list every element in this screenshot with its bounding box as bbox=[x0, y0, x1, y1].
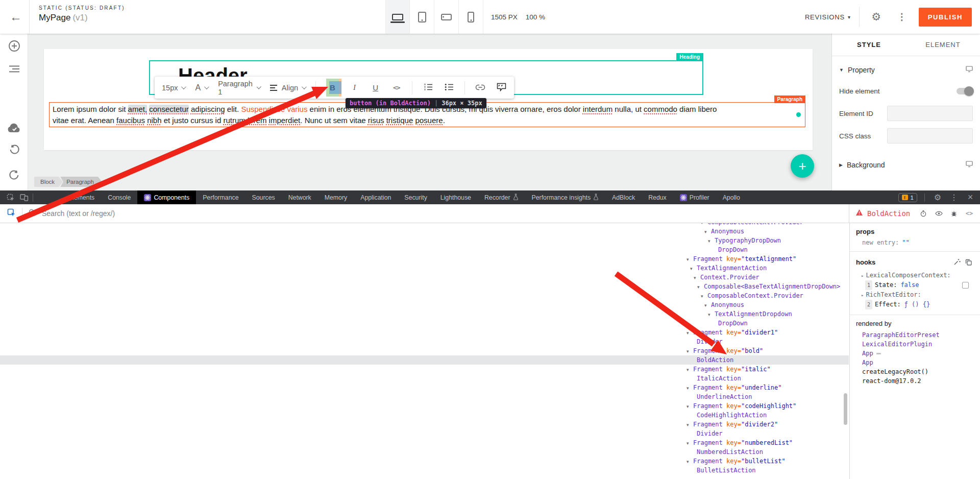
tree-row-bulletlistaction[interactable]: BulletListAction bbox=[0, 466, 849, 475]
tree-row-context-provider[interactable]: ▾Context.Provider bbox=[0, 273, 849, 282]
inspect-element-button[interactable] bbox=[4, 190, 17, 204]
rendered-by-name[interactable]: App bbox=[862, 349, 873, 358]
tree-row-fragment-bold[interactable]: ▾Fragment key="bold" bbox=[0, 346, 849, 355]
caret-down-icon[interactable]: ▾ bbox=[694, 273, 700, 282]
rendered-by-lexicaleditorplugin[interactable]: LexicalEditorPlugin bbox=[856, 340, 974, 349]
device-toolbar-button[interactable] bbox=[17, 190, 31, 204]
underline-button[interactable]: U bbox=[370, 79, 381, 97]
device-tablet-landscape-button[interactable] bbox=[434, 0, 459, 34]
caret-down-icon[interactable]: ▾ bbox=[701, 292, 707, 301]
caret-down-icon[interactable]: ▾ bbox=[687, 420, 693, 429]
devtools-settings-gear-button[interactable]: ⚙ bbox=[932, 192, 943, 203]
inspect-dom-eye-button[interactable] bbox=[933, 208, 944, 219]
tree-row-anonymous[interactable]: ▾Anonymous bbox=[0, 227, 849, 236]
bullet-list-button[interactable] bbox=[444, 79, 454, 97]
hook-checkbox[interactable] bbox=[962, 282, 969, 289]
devtools-tab-application[interactable]: Application bbox=[354, 190, 398, 204]
link-button[interactable] bbox=[475, 79, 486, 97]
tab-style[interactable]: STYLE bbox=[832, 34, 906, 56]
tab-element[interactable]: ELEMENT bbox=[906, 34, 980, 56]
devtools-tab-performance[interactable]: Performance bbox=[196, 190, 245, 204]
tree-scrollbar-thumb[interactable] bbox=[844, 393, 847, 425]
tree-row-divider[interactable]: Divider bbox=[0, 429, 849, 438]
tree-row-textalignmentdropdown[interactable]: ▾TextAlignmentDropdown bbox=[0, 309, 849, 319]
tree-row-fragment-divider2[interactable]: ▾Fragment key="divider2" bbox=[0, 420, 849, 429]
caret-down-icon[interactable]: ▾ bbox=[697, 282, 704, 292]
typography-dropdown[interactable]: Paragraph 1 bbox=[218, 80, 260, 96]
devtools-tab-sources[interactable]: Sources bbox=[246, 190, 282, 204]
tree-row-fragment-bulletList[interactable]: ▾Fragment key="bulletList" bbox=[0, 457, 849, 466]
undo-button[interactable] bbox=[7, 143, 21, 158]
caret-down-icon[interactable]: ▾ bbox=[687, 347, 693, 356]
hide-element-toggle[interactable] bbox=[957, 88, 973, 94]
caret-down-icon[interactable]: ▾ bbox=[687, 255, 693, 264]
tree-row-fragment-italic[interactable]: ▾Fragment key="italic" bbox=[0, 365, 849, 374]
tree-row-dropdown[interactable]: DropDown bbox=[0, 319, 849, 328]
tree-row-composable-basetextalignmentdropdown-[interactable]: ▾Composable<BaseTextAlignmentDropDown> bbox=[0, 282, 849, 291]
device-tablet-button[interactable] bbox=[410, 0, 434, 34]
caret-down-icon[interactable]: ▾ bbox=[687, 365, 693, 374]
save-status-button[interactable] bbox=[7, 122, 21, 136]
breadcrumb-paragraph[interactable]: Paragraph bbox=[60, 177, 102, 187]
devtools-tab-adblock[interactable]: AdBlock bbox=[605, 190, 642, 204]
element-id-input[interactable] bbox=[887, 106, 973, 121]
tree-row-textalignmentaction[interactable]: ▾TextAlignmentAction bbox=[0, 264, 849, 273]
device-desktop-button[interactable] bbox=[385, 0, 410, 34]
caret-right-icon[interactable]: ▸ bbox=[861, 273, 864, 278]
hook-group-richtexteditor[interactable]: ▸RichTextEditor: bbox=[856, 290, 974, 300]
caret-right-icon[interactable]: ▸ bbox=[861, 293, 864, 298]
caret-down-icon[interactable]: ▾ bbox=[708, 236, 715, 246]
props-new-entry[interactable]: new entry:"" bbox=[856, 239, 974, 246]
tree-row-codehighlightaction[interactable]: CodeHighlightAction bbox=[0, 411, 849, 420]
devtools-tab-security[interactable]: Security bbox=[398, 190, 433, 204]
code-highlight-button[interactable]: <> bbox=[391, 79, 402, 97]
caret-down-icon[interactable]: ▾ bbox=[690, 264, 697, 273]
tree-row-boldaction[interactable]: BoldAction bbox=[0, 355, 849, 365]
devtools-tab-recorder[interactable]: Recorder bbox=[478, 190, 525, 204]
devtools-tab-components[interactable]: Components bbox=[137, 190, 196, 204]
tree-row-fragment-divider1[interactable]: ▾Fragment key="divider1" bbox=[0, 328, 849, 337]
breadcrumb-block[interactable]: Block bbox=[34, 177, 63, 187]
debug-bug-button[interactable] bbox=[948, 208, 960, 219]
parse-hook-names-wand-button[interactable] bbox=[951, 256, 963, 268]
tree-row-divider[interactable]: Divider bbox=[0, 337, 849, 346]
hook-effect[interactable]: 2Effect:ƒ () {} bbox=[856, 300, 974, 309]
rendered-by-name[interactable]: App bbox=[862, 358, 873, 367]
devtools-close-button[interactable]: × bbox=[965, 192, 976, 203]
devtools-tab-performance-insights[interactable]: Performance insights bbox=[525, 190, 606, 204]
navigator-button[interactable] bbox=[7, 63, 21, 77]
devtools-tab-console[interactable]: Console bbox=[101, 190, 137, 204]
caret-down-icon[interactable]: ▾ bbox=[708, 310, 715, 319]
devtools-tab-redux[interactable]: Redux bbox=[642, 190, 673, 204]
devtools-tab-apollo[interactable]: Apollo bbox=[716, 190, 747, 204]
components-search-input[interactable] bbox=[42, 209, 348, 218]
rendered-by-paragrapheditorpreset[interactable]: ParagraphEditorPreset bbox=[856, 330, 974, 340]
copy-icon[interactable] bbox=[963, 256, 974, 268]
tree-row-fragment-underline[interactable]: ▾Fragment key="underline" bbox=[0, 383, 849, 392]
caret-down-icon[interactable]: ▾ bbox=[687, 439, 693, 448]
view-source-button[interactable]: <> bbox=[964, 208, 975, 219]
caret-down-icon[interactable]: ▾ bbox=[687, 457, 693, 466]
font-color-dropdown[interactable]: A bbox=[195, 83, 208, 92]
numbered-list-button[interactable] bbox=[423, 79, 433, 97]
devtools-kebab-menu-button[interactable]: ⋮ bbox=[948, 192, 960, 203]
align-dropdown[interactable]: Align bbox=[270, 84, 305, 92]
revisions-dropdown[interactable]: REVISIONS ▾ bbox=[805, 13, 851, 21]
rendered-by-name[interactable]: ParagraphEditorPreset bbox=[862, 330, 940, 340]
tree-row-underlineaction[interactable]: UnderlineAction bbox=[0, 392, 849, 401]
devtools-tab-lighthouse[interactable]: Lighthouse bbox=[434, 190, 478, 204]
add-block-fab[interactable]: + bbox=[791, 154, 814, 178]
italic-button[interactable]: I bbox=[349, 79, 360, 97]
tree-row-fragment-textAlignment[interactable]: ▾Fragment key="textAlignment" bbox=[0, 254, 849, 264]
caret-down-icon[interactable]: ▾ bbox=[687, 328, 693, 338]
tree-row-anonymous[interactable]: ▾Anonymous bbox=[0, 300, 849, 309]
redo-button[interactable] bbox=[7, 169, 21, 183]
bold-button[interactable]: B bbox=[326, 79, 339, 97]
add-element-button[interactable] bbox=[7, 40, 21, 54]
caret-down-icon[interactable]: ▾ bbox=[687, 384, 693, 393]
drag-handle-dot[interactable] bbox=[796, 112, 801, 117]
devtools-tab-memory[interactable]: Memory bbox=[318, 190, 354, 204]
devtools-tab-elements[interactable]: Elements bbox=[62, 190, 101, 204]
caret-down-icon[interactable]: ▾ bbox=[687, 402, 693, 411]
tree-row-fragment-codeHighlight[interactable]: ▾Fragment key="codeHighlight" bbox=[0, 401, 849, 411]
